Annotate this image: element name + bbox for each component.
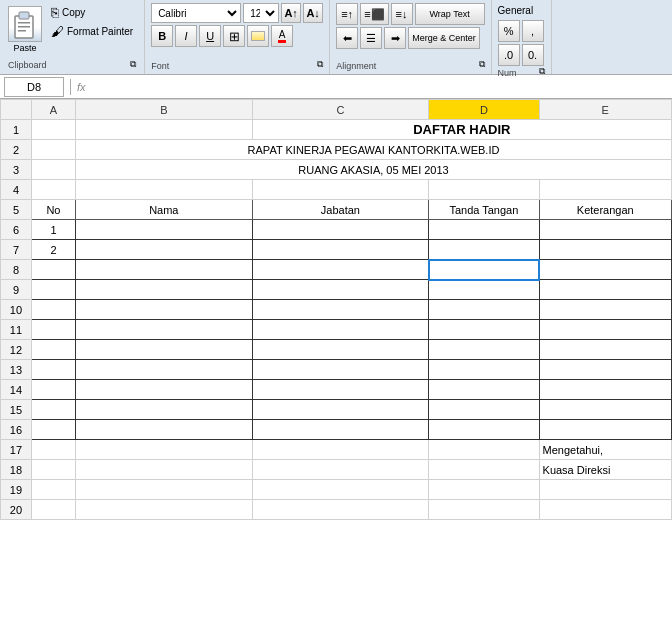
increase-font-button[interactable]: A↑ xyxy=(281,3,301,23)
row-header-15[interactable]: 15 xyxy=(1,400,32,420)
cell-d11[interactable] xyxy=(429,320,539,340)
cell-a1[interactable] xyxy=(31,120,75,140)
font-name-select[interactable]: Calibri xyxy=(151,3,241,23)
percent-button[interactable]: % xyxy=(498,20,520,42)
cell-a6[interactable]: 1 xyxy=(31,220,75,240)
cell-title-rapat[interactable]: RAPAT KINERJA PEGAWAI KANTORKITA.WEB.ID xyxy=(76,140,672,160)
cell-c9[interactable] xyxy=(252,280,429,300)
cell-a16[interactable] xyxy=(31,420,75,440)
format-painter-button[interactable]: 🖌 Format Painter xyxy=(48,23,136,40)
row-header-2[interactable]: 2 xyxy=(1,140,32,160)
header-tanda-tangan[interactable]: Tanda Tangan xyxy=(429,200,539,220)
cell-a2[interactable] xyxy=(31,140,75,160)
row-header-7[interactable]: 7 xyxy=(1,240,32,260)
cell-e19[interactable] xyxy=(539,480,671,500)
cell-d13[interactable] xyxy=(429,360,539,380)
row-header-12[interactable]: 12 xyxy=(1,340,32,360)
cell-d17[interactable] xyxy=(429,440,539,460)
row-header-6[interactable]: 6 xyxy=(1,220,32,240)
cell-e13[interactable] xyxy=(539,360,671,380)
copy-button[interactable]: ⎘ Copy xyxy=(48,4,136,21)
cell-b16[interactable] xyxy=(76,420,253,440)
row-header-8[interactable]: 8 xyxy=(1,260,32,280)
cell-e7[interactable] xyxy=(539,240,671,260)
col-header-d[interactable]: D xyxy=(429,100,539,120)
cell-b1[interactable] xyxy=(76,120,253,140)
cell-d20[interactable] xyxy=(429,500,539,520)
row-header-1[interactable]: 1 xyxy=(1,120,32,140)
cell-e17-mengetahui[interactable]: Mengetahui, xyxy=(539,440,671,460)
cell-c20[interactable] xyxy=(252,500,429,520)
align-right-button[interactable]: ➡ xyxy=(384,27,406,49)
align-top-right-button[interactable]: ≡↓ xyxy=(391,3,413,25)
fill-color-button[interactable] xyxy=(247,25,269,47)
cell-a17[interactable] xyxy=(31,440,75,460)
header-keterangan[interactable]: Keterangan xyxy=(539,200,671,220)
cell-c13[interactable] xyxy=(252,360,429,380)
row-header-4[interactable]: 4 xyxy=(1,180,32,200)
cell-title-ruang[interactable]: RUANG AKASIA, 05 MEI 2013 xyxy=(76,160,672,180)
cell-d18[interactable] xyxy=(429,460,539,480)
cell-b13[interactable] xyxy=(76,360,253,380)
cell-a9[interactable] xyxy=(31,280,75,300)
cell-a10[interactable] xyxy=(31,300,75,320)
row-header-13[interactable]: 13 xyxy=(1,360,32,380)
cell-d16[interactable] xyxy=(429,420,539,440)
row-header-20[interactable]: 20 xyxy=(1,500,32,520)
row-header-18[interactable]: 18 xyxy=(1,460,32,480)
cell-b4[interactable] xyxy=(76,180,253,200)
row-header-14[interactable]: 14 xyxy=(1,380,32,400)
font-launcher[interactable]: ⧉ xyxy=(317,59,323,71)
cell-a19[interactable] xyxy=(31,480,75,500)
wrap-text-button[interactable]: Wrap Text xyxy=(415,3,485,25)
row-header-5[interactable]: 5 xyxy=(1,200,32,220)
cell-e11[interactable] xyxy=(539,320,671,340)
cell-b7[interactable] xyxy=(76,240,253,260)
increase-decimal-button[interactable]: .0 xyxy=(498,44,520,66)
cell-a7[interactable]: 2 xyxy=(31,240,75,260)
cell-c8[interactable] xyxy=(252,260,429,280)
decrease-decimal-button[interactable]: 0. xyxy=(522,44,544,66)
cell-c15[interactable] xyxy=(252,400,429,420)
cell-b9[interactable] xyxy=(76,280,253,300)
cell-e12[interactable] xyxy=(539,340,671,360)
cell-d14[interactable] xyxy=(429,380,539,400)
cell-c6[interactable] xyxy=(252,220,429,240)
cell-b12[interactable] xyxy=(76,340,253,360)
cell-e8[interactable] xyxy=(539,260,671,280)
cell-d15[interactable] xyxy=(429,400,539,420)
header-jabatan[interactable]: Jabatan xyxy=(252,200,429,220)
cell-b19[interactable] xyxy=(76,480,253,500)
cell-e16[interactable] xyxy=(539,420,671,440)
row-header-16[interactable]: 16 xyxy=(1,420,32,440)
cell-title-daftar-hadir[interactable]: DAFTAR HADIR xyxy=(252,120,671,140)
cell-a18[interactable] xyxy=(31,460,75,480)
align-top-center-button[interactable]: ≡⬛ xyxy=(360,3,388,25)
bold-button[interactable]: B xyxy=(151,25,173,47)
cell-c16[interactable] xyxy=(252,420,429,440)
cell-e10[interactable] xyxy=(539,300,671,320)
merge-center-button[interactable]: Merge & Center xyxy=(408,27,480,49)
cell-e14[interactable] xyxy=(539,380,671,400)
cell-a15[interactable] xyxy=(31,400,75,420)
cell-d19[interactable] xyxy=(429,480,539,500)
align-center-button[interactable]: ☰ xyxy=(360,27,382,49)
alignment-launcher[interactable]: ⧉ xyxy=(479,59,485,71)
cell-b14[interactable] xyxy=(76,380,253,400)
cell-d12[interactable] xyxy=(429,340,539,360)
spreadsheet-container[interactable]: A B C D E 1DAFTAR HADIR2RAPAT KINERJA PE… xyxy=(0,99,672,630)
row-header-10[interactable]: 10 xyxy=(1,300,32,320)
cell-b15[interactable] xyxy=(76,400,253,420)
paste-button[interactable]: Paste xyxy=(8,6,42,53)
cell-a4[interactable] xyxy=(31,180,75,200)
cell-reference-input[interactable] xyxy=(4,77,64,97)
row-header-11[interactable]: 11 xyxy=(1,320,32,340)
header-nama[interactable]: Nama xyxy=(76,200,253,220)
cell-c12[interactable] xyxy=(252,340,429,360)
cell-e20[interactable] xyxy=(539,500,671,520)
cell-d10[interactable] xyxy=(429,300,539,320)
cell-a20[interactable] xyxy=(31,500,75,520)
cell-d9[interactable] xyxy=(429,280,539,300)
cell-a8[interactable] xyxy=(31,260,75,280)
row-header-19[interactable]: 19 xyxy=(1,480,32,500)
